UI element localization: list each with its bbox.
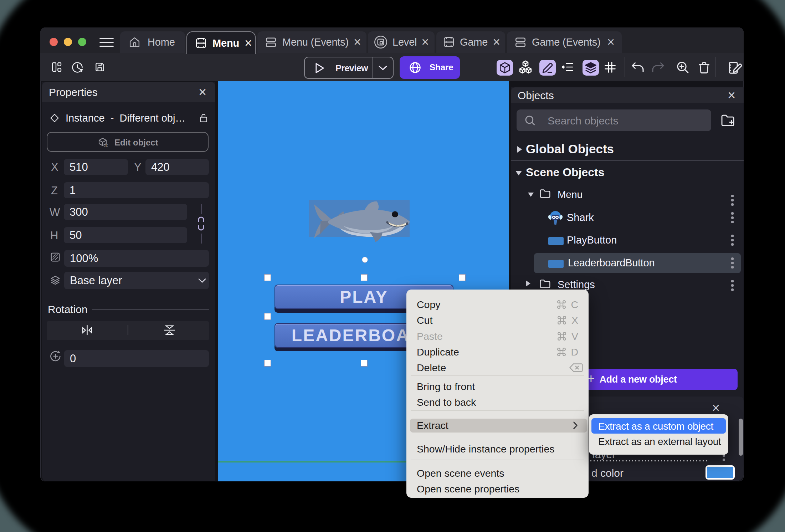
- svg-text:2D: 2D: [104, 144, 108, 148]
